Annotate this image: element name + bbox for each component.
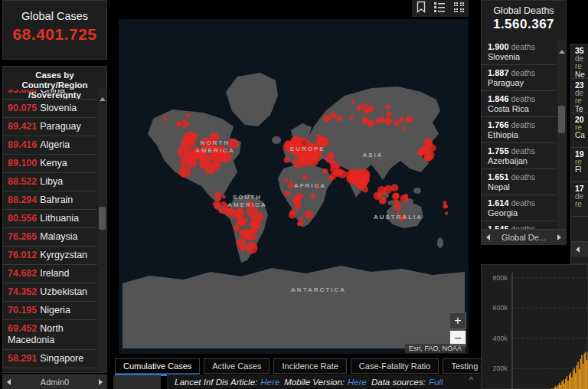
us-state-entry[interactable]: 19reFl [571,148,588,182]
state-name-fragment: Fl [575,166,588,175]
deaths-pager-label[interactable]: Global De... [501,233,546,242]
map-attribution: Esri, FAO, NOAA [405,344,466,353]
country-name: Paraguay [488,78,557,88]
case-row[interactable]: 89.416Algeria [3,136,97,155]
case-row[interactable]: 69.452North Macedonia [3,320,97,350]
case-count: 80.556 [8,213,37,224]
case-row[interactable]: 70.195Nigeria [3,302,97,320]
mobile-link[interactable]: Here [348,378,367,387]
case-row[interactable]: 93.860China [3,90,97,100]
legend-list-icon[interactable] [433,2,446,15]
case-row[interactable]: 90.075Slovenia [3,100,97,118]
us-state-entry[interactable]: 23dereTe [571,79,588,113]
death-count: 1.846 [488,94,509,103]
article-label: Lancet Inf Dis Article: [175,378,257,387]
country-name: Uzbekistan [40,286,87,297]
case-row[interactable]: 76.012Kyrgyzstan [3,247,97,265]
death-row[interactable]: 1.651 deathsNepal [482,169,557,195]
case-row[interactable]: 74.682Ireland [3,265,97,283]
deaths-unit: deaths [509,146,535,155]
scroll-up-icon[interactable] [558,41,565,49]
us-state-entry[interactable]: 35dereNe [571,44,588,79]
global-deaths-title: Global Deaths [482,5,566,16]
us-state-entry[interactable]: 20reCa [571,113,588,148]
case-row[interactable]: 52.622Ghana [3,368,97,372]
death-row[interactable]: 1.846 deathsCosta Rica [482,91,557,117]
country-name: Georgia [488,208,557,218]
tab-incidence-rate[interactable]: Incidence Rate [273,358,346,374]
prev-page-icon[interactable] [7,379,11,385]
daily-cases-chart: 800k600k400k200k [482,265,588,389]
case-count: 69.452 [8,323,37,334]
next-page-icon[interactable] [99,379,103,385]
prev-page-icon[interactable] [576,247,580,253]
deaths-list-scrollbar[interactable] [557,41,566,229]
scroll-down-icon[interactable] [558,221,565,228]
state-death-count: 35 [575,47,588,55]
death-row[interactable]: 1.755 deathsAzerbaijan [482,143,557,169]
case-row[interactable]: 89.100Kenya [3,155,97,173]
case-row[interactable]: 80.556Lithuania [3,210,97,228]
continent-label: EUROPE [290,145,325,152]
case-row[interactable]: 89.421Paraguay [3,118,97,136]
continent-label: AFRICA [294,182,326,189]
case-count: 76.265 [8,231,37,242]
country-name: Algeria [40,139,70,150]
death-count-line: 1.614 deaths [488,198,557,208]
death-row[interactable]: 1.545 deathsKenya [482,221,557,229]
scroll-up-icon[interactable] [99,89,106,96]
sources-link[interactable]: Full [429,378,443,387]
state-death-count: 23 [575,81,588,90]
scroll-down-icon[interactable] [99,364,106,371]
global-deaths-panel: Global Deaths 1.560.367 1.900 deathsSlov… [481,0,567,245]
svg-text:800k: 800k [492,274,508,282]
death-row[interactable]: 1.766 deathsEthiopia [482,117,557,143]
tab-active-cases[interactable]: Active Cases [204,358,270,374]
svg-text:200k: 200k [492,364,508,372]
case-count: 89.416 [8,139,37,150]
prev-page-icon[interactable] [486,234,490,240]
cases-list-scrollbar[interactable] [98,88,106,372]
country-name: Slovenia [488,52,557,62]
case-row[interactable]: 58.291Singapore [3,350,97,368]
death-row[interactable]: 1.614 deathsGeorgia [482,195,557,221]
cases-by-country-panel: Cases by Country/Region /Sovereignty 93.… [2,66,107,373]
case-row[interactable]: 76.265Malaysia [3,228,97,247]
country-name: Singapore [40,353,83,364]
country-name: Slovenia [40,103,77,113]
covid-dashboard: Global Cases 68.401.725 Cases by Country… [0,0,588,389]
case-row[interactable]: 74.352Uzbekistan [3,283,97,302]
map-zoom-in-button[interactable]: + [449,312,466,329]
admin0-label[interactable]: Admin0 [41,378,69,387]
case-count: 89.421 [8,121,37,132]
world-map[interactable]: NORTHAMERICAEUROPEASIAAFRICASOUTHAMERICA… [119,19,469,354]
death-row[interactable]: 1.887 deathsParaguay [482,65,557,91]
tab-case-fatality-ratio[interactable]: Case-Fatality Ratio [351,358,439,374]
death-row[interactable]: 1.900 deathsSlovenia [482,39,557,65]
collapse-chevron-icon[interactable]: ^ [469,375,473,384]
country-name: Costa Rica [488,104,557,114]
deaths-unit: deaths [509,120,535,129]
us-panel-pager [571,241,588,257]
deaths-pager: Global De... [482,229,566,244]
case-count: 74.682 [8,268,37,279]
scrollbar-thumb[interactable] [99,207,106,230]
us-states-list: 35dereNe23dereTe20reCa19reFl17dere [571,44,588,217]
bookmark-icon[interactable] [416,1,426,16]
country-case-list: 93.860China90.075Slovenia89.421Paraguay8… [3,90,97,372]
deaths-unit: deaths [509,68,535,77]
scrollbar-thumb[interactable] [558,106,565,133]
death-count-line: 1.887 deaths [488,68,557,78]
country-name: China [40,90,65,95]
death-count: 1.900 [488,42,509,51]
case-row[interactable]: 88.294Bahrain [3,191,97,210]
country-name: Malaysia [40,231,77,242]
us-state-entry[interactable]: 17dere [571,182,588,217]
case-count: 70.195 [8,305,37,315]
us-states-panel-clipped: 35dereNe23dereTe20reCa19reFl17dere [570,44,588,264]
basemap-grid-icon[interactable] [453,2,465,16]
article-link[interactable]: Here [260,378,279,387]
case-row[interactable]: 88.522Libya [3,173,97,191]
next-page-icon[interactable] [557,234,561,240]
tab-cumulative-cases[interactable]: Cumulative Cases [115,358,200,374]
